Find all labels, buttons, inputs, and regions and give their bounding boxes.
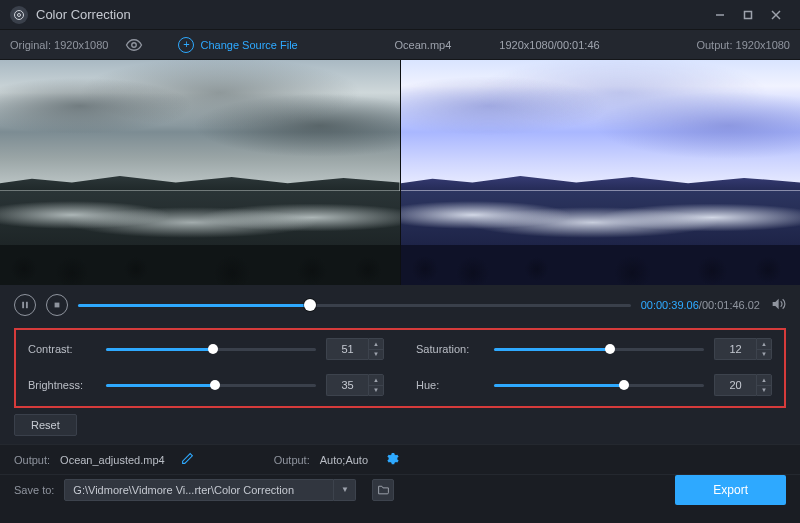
saturation-spinner[interactable]: 12 ▲▼ [714, 338, 772, 360]
timeline-fill [78, 304, 310, 307]
maximize-button[interactable] [734, 1, 762, 29]
reset-button[interactable]: Reset [14, 414, 77, 436]
volume-icon[interactable] [770, 296, 786, 315]
svg-rect-3 [745, 11, 752, 18]
source-meta: 1920x1080/00:01:46 [499, 39, 599, 51]
brightness-slider[interactable] [106, 378, 316, 392]
saturation-value: 12 [714, 338, 756, 360]
change-source-label: Change Source File [200, 39, 297, 51]
output-filename-label: Output: [14, 454, 50, 466]
hue-spinner[interactable]: 20 ▲▼ [714, 374, 772, 396]
info-bar: Original: 1920x1080 + Change Source File… [0, 30, 800, 60]
brightness-spinner[interactable]: 35 ▲▼ [326, 374, 384, 396]
pencil-icon[interactable] [181, 452, 194, 467]
hue-step-down[interactable]: ▼ [757, 385, 771, 396]
adjustment-panel: Contrast: 51 ▲▼ Saturation: 12 ▲▼ [14, 328, 786, 408]
playback-bar: 00:00:39.06/00:01:46.02 [0, 285, 800, 325]
contrast-step-down[interactable]: ▼ [369, 349, 383, 360]
brightness-step-up[interactable]: ▲ [369, 375, 383, 385]
contrast-step-up[interactable]: ▲ [369, 339, 383, 349]
saturation-step-down[interactable]: ▼ [757, 349, 771, 360]
reset-row: Reset [0, 414, 800, 444]
preview-area [0, 60, 800, 285]
output-format-label: Output: [274, 454, 310, 466]
save-to-label: Save to: [14, 484, 54, 496]
preview-adjusted [400, 60, 801, 285]
preview-original [0, 60, 400, 285]
saturation-slider[interactable] [494, 342, 704, 356]
svg-point-1 [18, 13, 21, 16]
brightness-step-down[interactable]: ▼ [369, 385, 383, 396]
save-path-control: G:\Vidmore\Vidmore Vi...rter\Color Corre… [64, 479, 356, 501]
svg-marker-10 [773, 298, 779, 309]
svg-rect-8 [26, 302, 28, 308]
svg-rect-7 [22, 302, 24, 308]
pause-button[interactable] [14, 294, 36, 316]
hue-row: Hue: 20 ▲▼ [416, 374, 772, 396]
timecode: 00:00:39.06/00:01:46.02 [641, 299, 760, 311]
window-title: Color Correction [36, 7, 131, 22]
eye-icon[interactable] [120, 36, 148, 54]
stop-button[interactable] [46, 294, 68, 316]
saturation-step-up[interactable]: ▲ [757, 339, 771, 349]
timeline-thumb[interactable] [304, 299, 316, 311]
contrast-label: Contrast: [28, 343, 96, 355]
output-filename-row: Output: Ocean_adjusted.mp4 Output: Auto;… [0, 444, 800, 474]
output-res-label: Output: 1920x1080 [696, 39, 790, 51]
source-filename: Ocean.mp4 [394, 39, 451, 51]
change-source-button[interactable]: + Change Source File [178, 37, 297, 53]
hue-slider[interactable] [494, 378, 704, 392]
export-button[interactable]: Export [675, 475, 786, 505]
brightness-label: Brightness: [28, 379, 96, 391]
gear-icon[interactable] [384, 451, 399, 468]
close-button[interactable] [762, 1, 790, 29]
adjustment-panel-wrap: Contrast: 51 ▲▼ Saturation: 12 ▲▼ [0, 325, 800, 414]
output-filename: Ocean_adjusted.mp4 [60, 454, 165, 466]
hue-step-up[interactable]: ▲ [757, 375, 771, 385]
hue-label: Hue: [416, 379, 484, 391]
app-logo [10, 6, 28, 24]
save-path-field[interactable]: G:\Vidmore\Vidmore Vi...rter\Color Corre… [64, 479, 334, 501]
contrast-spinner[interactable]: 51 ▲▼ [326, 338, 384, 360]
svg-rect-9 [55, 303, 60, 308]
brightness-value: 35 [326, 374, 368, 396]
output-format-value: Auto;Auto [320, 454, 368, 466]
contrast-row: Contrast: 51 ▲▼ [28, 338, 384, 360]
contrast-slider[interactable] [106, 342, 316, 356]
minimize-button[interactable] [706, 1, 734, 29]
timeline-slider[interactable] [78, 297, 631, 313]
saturation-row: Saturation: 12 ▲▼ [416, 338, 772, 360]
svg-point-0 [15, 10, 24, 19]
folder-icon[interactable] [372, 479, 394, 501]
contrast-value: 51 [326, 338, 368, 360]
brightness-row: Brightness: 35 ▲▼ [28, 374, 384, 396]
save-path-dropdown[interactable]: ▼ [334, 479, 356, 501]
titlebar: Color Correction [0, 0, 800, 30]
hue-value: 20 [714, 374, 756, 396]
svg-point-6 [132, 42, 137, 47]
plus-circle-icon: + [178, 37, 194, 53]
saturation-label: Saturation: [416, 343, 484, 355]
save-to-row: Save to: G:\Vidmore\Vidmore Vi...rter\Co… [0, 474, 800, 504]
original-label: Original: 1920x1080 [10, 39, 108, 51]
